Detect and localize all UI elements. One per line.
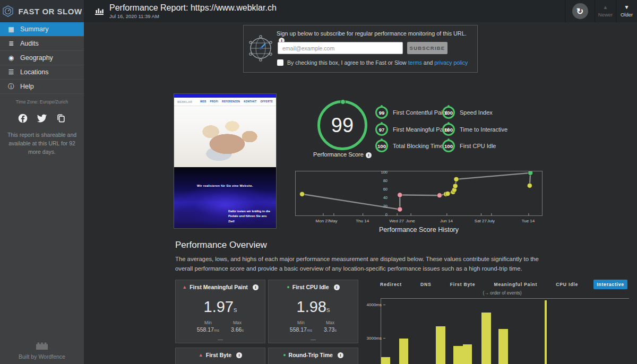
info-icon[interactable]: i <box>253 284 259 290</box>
badge-ring: 97 <box>375 123 388 136</box>
tab-interactive[interactable]: Interactive <box>593 280 627 289</box>
card-unit: s <box>234 306 237 314</box>
history-point[interactable] <box>437 193 442 198</box>
badge-first-meaningful-paint: 97 First Meaningful Paint <box>375 123 449 136</box>
older-label: Older <box>621 12 633 18</box>
history-x-tick: May <box>329 219 337 223</box>
waterfall-bar[interactable] <box>545 300 547 364</box>
badge-ring: 100 <box>442 123 455 136</box>
min-unit: ms <box>214 328 219 333</box>
history-point[interactable] <box>453 184 458 188</box>
app-logo[interactable]: FAST OR SLOW <box>0 0 84 22</box>
waterfall-bar[interactable] <box>436 326 445 364</box>
history-point[interactable] <box>454 177 459 181</box>
badge-label: First Meaningful Paint <box>393 126 449 133</box>
max-label: Max <box>324 320 337 325</box>
subscribe-panel: Sign up below to subscribe for regular p… <box>243 25 478 73</box>
history-point[interactable] <box>445 191 450 196</box>
info-icon[interactable]: i <box>334 284 340 290</box>
email-field[interactable] <box>278 42 403 54</box>
card-dash: — <box>269 336 358 342</box>
max-value: 3.73 <box>324 326 334 333</box>
summary-grid-icon: ▦ <box>7 25 15 33</box>
subscribe-button[interactable]: SUBSCRIBE <box>407 42 447 54</box>
waterfall-bar[interactable] <box>481 313 491 364</box>
waterfall-bar[interactable] <box>498 329 508 364</box>
max-value: 3.66 <box>231 326 242 333</box>
waterfall-plot <box>381 298 629 364</box>
waterfall-bar[interactable] <box>463 344 472 364</box>
thumbnail-tagline: Dafür treten wir kräftig in die Pedale u… <box>228 209 272 224</box>
waterfall-bar[interactable] <box>453 346 463 364</box>
info-icon[interactable]: i <box>236 352 242 358</box>
main-content: Sign up below to subscribe for regular p… <box>84 22 637 364</box>
overview-description: The averages, lows, and highs of each ma… <box>175 255 543 273</box>
timezone-note: Time Zone: Europe/Zurich <box>0 99 84 105</box>
history-point[interactable] <box>527 183 532 188</box>
help-info-icon: ⓘ <box>7 82 15 91</box>
older-report-button[interactable]: ▼ Older <box>616 0 637 22</box>
warning-triangle-icon: ▲ <box>182 284 187 290</box>
waterfall-y-tick: 3000ms <box>364 336 385 341</box>
card-value: 1.97 <box>204 298 234 315</box>
thumb-nav-item: OFFERTE <box>260 100 273 103</box>
sidebar-item-geography[interactable]: ◉ Geography <box>0 51 84 65</box>
card-first-byte: ▲ First Bytei <box>175 348 265 364</box>
subscribe-heading-text: Sign up below to subscribe for regular p… <box>277 30 467 37</box>
globe-icon: ◉ <box>7 54 15 62</box>
tab-first-byte[interactable]: First Byte <box>447 280 479 289</box>
history-y-tick: 0 <box>375 212 388 217</box>
sidebar-item-label: Help <box>20 83 34 90</box>
waterfall-y-tick: 4000ms <box>364 302 385 307</box>
max-label: Max <box>231 320 244 325</box>
sidebar-item-label: Locations <box>20 68 49 76</box>
sidebar-item-help[interactable]: ⓘ Help <box>0 80 84 94</box>
agree-checkbox[interactable] <box>277 59 283 66</box>
thumbnail-brand: WEBKLAR <box>177 100 192 103</box>
newer-report-button[interactable]: ▲ Newer <box>595 0 616 22</box>
terms-link[interactable]: terms <box>408 59 422 66</box>
info-icon[interactable]: i <box>366 152 372 158</box>
sidebar-item-summary[interactable]: ▦ Summary <box>0 22 84 37</box>
site-screenshot-thumbnail[interactable]: WEBKLAR WEB PROFI REFERENZEN KONTAKT OFF… <box>174 94 276 228</box>
refresh-icon: ↻ <box>572 3 588 19</box>
tab-cpu-idle[interactable]: CPU Idle <box>553 280 581 289</box>
header-controls: ↻ ▲ Newer ▼ Older <box>565 0 637 22</box>
header-main: Performance Report: https://www.webklar.… <box>84 0 565 22</box>
waterfall-bar[interactable] <box>399 339 408 364</box>
locations-lines-icon: ☰ <box>7 68 15 76</box>
history-y-tick: 40 <box>375 195 388 200</box>
history-point[interactable] <box>299 192 304 196</box>
history-x-tick: Wed 27 <box>389 219 403 223</box>
sidebar-item-audits[interactable]: ≣ Audits <box>0 37 84 51</box>
history-point[interactable] <box>528 171 533 175</box>
privacy-policy-link[interactable]: privacy policy <box>434 59 468 66</box>
sidebar-item-locations[interactable]: ☰ Locations <box>0 65 84 80</box>
waterfall-bar[interactable] <box>381 357 390 364</box>
thumb-nav-item: REFERENZEN <box>222 100 240 103</box>
fastorslow-globe-icon <box>246 32 275 64</box>
subscribe-heading: Sign up below to subscribe for regular p… <box>277 30 474 44</box>
max-unit: s <box>242 328 244 333</box>
tab-redirect[interactable]: Redirect <box>377 280 405 289</box>
report-date: Jul 16, 2020 11:39 AM <box>109 13 277 19</box>
history-point[interactable] <box>398 193 402 197</box>
tab-meaningful-paint[interactable]: Meaningful Paint <box>491 280 541 289</box>
info-icon[interactable]: i <box>338 352 343 358</box>
card-title: Round-Trip Time <box>289 352 333 358</box>
card-round-trip-time: ● Round-Trip Timei <box>268 348 358 364</box>
thumbnail-nav-links: WEB PROFI REFERENZEN KONTAKT OFFERTE <box>200 100 273 103</box>
facebook-icon[interactable] <box>18 113 28 124</box>
badge-label: First CPU Idle <box>460 143 496 149</box>
refresh-button[interactable]: ↻ <box>565 0 595 22</box>
history-point[interactable] <box>398 207 402 212</box>
badge-ring: 99 <box>375 106 388 119</box>
thumbnail-hero-text: Wir realisieren für Sie eine Website. <box>174 184 276 187</box>
page-title: Performance Report: https://www.webklar.… <box>109 3 277 13</box>
twitter-icon[interactable] <box>37 113 47 124</box>
copy-link-icon[interactable] <box>56 113 66 124</box>
badge-first-contentful-paint: 99 First Contentful Paint <box>375 106 447 119</box>
tab-dns[interactable]: DNS <box>417 280 435 289</box>
thumb-nav-item: KONTAKT <box>244 100 256 103</box>
history-x-tick: Tue 14 <box>522 219 535 223</box>
